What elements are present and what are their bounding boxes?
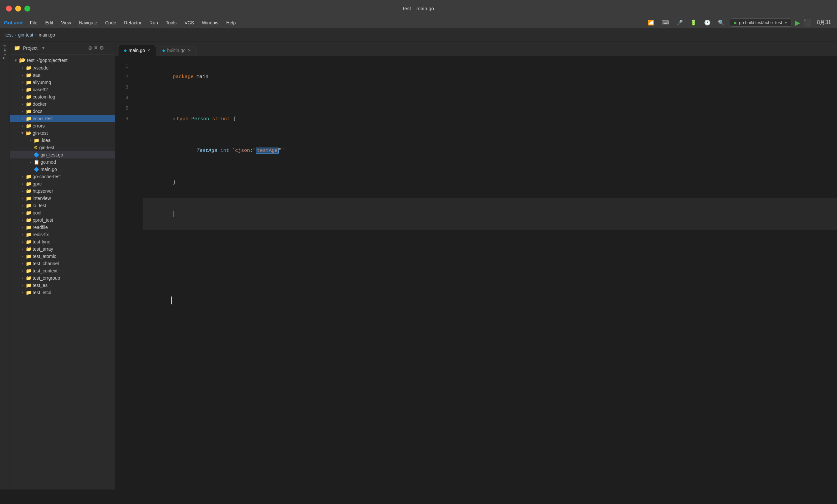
sidebar-item-httpserver[interactable]: › 📁 httpserver xyxy=(10,187,115,195)
menu-code[interactable]: Code xyxy=(102,19,119,27)
sidebar-item-test-atomic[interactable]: › 📁 test_atomic xyxy=(10,253,115,260)
run-button[interactable]: ▶ xyxy=(795,19,800,27)
sidebar-item-redis-fix[interactable]: › 📁 redis-fix xyxy=(10,231,115,238)
sidebar-item-gin-test-run[interactable]: › ⚙ gin-test xyxy=(10,144,115,151)
search-icon[interactable]: 🔍 xyxy=(716,19,727,26)
sidebar-minimize-icon[interactable]: — xyxy=(106,45,111,51)
indent-4 xyxy=(173,148,197,153)
minimize-button[interactable] xyxy=(15,5,21,12)
menu-help[interactable]: Help xyxy=(223,19,239,27)
editor-content[interactable]: 1 2 3 4 5 6 package main ○type Person st… xyxy=(115,56,837,489)
sidebar-item-go-cache-test[interactable]: › 📁 go-cache-test xyxy=(10,173,115,180)
tab-main-go-close[interactable]: ✕ xyxy=(147,48,150,53)
tab-builtin-go-label: builtin.go xyxy=(167,48,186,53)
close-button[interactable] xyxy=(6,5,12,12)
menu-window[interactable]: Window xyxy=(198,19,221,27)
breadcrumb-test[interactable]: test xyxy=(5,32,13,38)
sidebar-item-test-channel[interactable]: › 📁 test_channel xyxy=(10,260,115,267)
sidebar-item-base32[interactable]: › 📁 base32 xyxy=(10,86,115,93)
run-config-selector[interactable]: ▶ go build test/echo_test ▼ xyxy=(730,18,792,27)
ln-6: 6 xyxy=(115,114,132,125)
sidebar-item-custom-log[interactable]: › 📁 custom-log xyxy=(10,93,115,100)
sidebar-item-test-errgroup[interactable]: › 📁 test_errgroup xyxy=(10,274,115,282)
ln-5: 5 xyxy=(115,104,132,114)
app-brand: GoLand xyxy=(4,20,23,25)
field-testage: TestAge xyxy=(197,148,220,153)
locate-icon[interactable]: ⊕ xyxy=(88,45,92,51)
code-content[interactable]: package main ○type Person struct { TestA… xyxy=(135,56,837,489)
main-layout: Project 📁 Project ▼ ⊕ ≡ ⚙ — ▼ 📂 test ~/g… xyxy=(0,41,837,489)
sidebar-tools: ⊕ ≡ ⚙ — xyxy=(88,45,111,51)
sidebar-item-readfile[interactable]: › 📁 readfile xyxy=(10,224,115,231)
menu-edit[interactable]: Edit xyxy=(42,19,56,27)
menu-refactor[interactable]: Refactor xyxy=(121,19,145,27)
breadcrumb-bar: test › gin-test › main.go xyxy=(0,28,837,41)
tag-end: "` xyxy=(279,148,285,153)
sidebar-item-echo-test[interactable]: › 📁 echo_test xyxy=(10,115,115,122)
sidebar-item-go-mod[interactable]: › 📋 go.mod xyxy=(10,158,115,166)
sidebar-item-gin-test[interactable]: ▼ 📂 gin-test xyxy=(10,129,115,137)
kw-package: package xyxy=(173,74,197,80)
sidebar-item-gin-test-go[interactable]: › 🔷 gin_test.go xyxy=(10,151,115,158)
sidebar-item-docker[interactable]: › 📁 docker xyxy=(10,100,115,108)
tab-builtin-go[interactable]: ◆ builtin.go ✕ xyxy=(157,45,197,56)
sidebar-item-test-etcd[interactable]: › 📁 test_etcd xyxy=(10,289,115,296)
sidebar-item-aaa[interactable]: › 📁 aaa xyxy=(10,72,115,79)
sidebar-item-test-array[interactable]: › 📁 test_array xyxy=(10,245,115,253)
breadcrumb-main-go[interactable]: main.go xyxy=(39,32,55,38)
system-icon: ⌨ xyxy=(660,19,671,26)
sidebar-item-pprof-test[interactable]: › 📁 pprof_test xyxy=(10,217,115,224)
menu-file[interactable]: File xyxy=(27,19,41,27)
code-line-5: } xyxy=(143,167,837,198)
menu-vcs[interactable]: VCS xyxy=(181,19,197,27)
tag-cjson: `cjson:" xyxy=(232,148,256,153)
sidebar-item-main-go[interactable]: › 🔷 main.go xyxy=(10,166,115,173)
tab-main-go[interactable]: ◆ main.go ✕ xyxy=(118,45,156,56)
sidebar-item-docs[interactable]: › 📁 docs xyxy=(10,108,115,115)
sidebar-header: 📁 Project ▼ ⊕ ≡ ⚙ — xyxy=(10,41,115,55)
type-int: int xyxy=(220,148,232,153)
sidebar-item-interview[interactable]: › 📁 interview xyxy=(10,195,115,202)
tree-root[interactable]: ▼ 📂 test ~/goproject/test xyxy=(10,56,115,64)
ln-3: 3 xyxy=(115,82,132,93)
code-line-1: package main xyxy=(143,61,837,93)
stop-button[interactable]: ⬛ xyxy=(803,19,812,27)
sidebar-item-pool[interactable]: › 📁 pool xyxy=(10,209,115,217)
options-icon[interactable]: ⚙ xyxy=(99,45,104,51)
sidebar-item-errors[interactable]: › 📁 errors xyxy=(10,122,115,129)
line-numbers: 1 2 3 4 5 6 xyxy=(115,56,135,489)
menu-run[interactable]: Run xyxy=(146,19,161,27)
tab-builtin-go-close[interactable]: ✕ xyxy=(188,48,191,53)
sidebar-item-idea[interactable]: › 📁 .idea xyxy=(10,137,115,144)
code-line-4: TestAge int `cjson:"testAge"` xyxy=(143,135,837,167)
i-beam-cursor: ┃ xyxy=(170,296,174,306)
project-panel-tab[interactable]: Project xyxy=(0,41,10,489)
sidebar-item-aliyunmq[interactable]: › 📁 aliyunmq xyxy=(10,79,115,86)
time-display: 8月31 xyxy=(815,18,833,27)
sidebar-item-test-es[interactable]: › 📁 test_es xyxy=(10,282,115,289)
sidebar-item-io-test[interactable]: › 📁 io_test xyxy=(10,202,115,209)
menu-tools[interactable]: Tools xyxy=(163,19,180,27)
window-controls[interactable] xyxy=(6,5,30,12)
sidebar-item-gprc[interactable]: › 📁 gprc xyxy=(10,180,115,187)
editor-area: ◆ main.go ✕ ◆ builtin.go ✕ 1 2 3 4 5 6 xyxy=(115,41,837,489)
menu-view[interactable]: View xyxy=(58,19,74,27)
ln-4: 4 xyxy=(115,93,132,104)
collapse-all-icon[interactable]: ≡ xyxy=(94,45,97,51)
root-label: test ~/goproject/test xyxy=(27,58,68,63)
kw-struct: struct xyxy=(212,116,233,122)
sidebar-item-test-fyne[interactable]: › 📁 test-fyne xyxy=(10,238,115,245)
maximize-button[interactable] xyxy=(24,5,30,12)
sidebar-item-test-context[interactable]: › 📁 test_context xyxy=(10,267,115,274)
ln-1: 1 xyxy=(115,61,132,72)
menu-navigate[interactable]: Navigate xyxy=(75,19,100,27)
breadcrumb-gin-test[interactable]: gin-test xyxy=(18,32,33,38)
tabs-bar: ◆ main.go ✕ ◆ builtin.go ✕ xyxy=(115,41,837,56)
clock-icon: 🕐 xyxy=(702,19,713,26)
code-line-2 xyxy=(143,93,837,104)
sidebar: 📁 Project ▼ ⊕ ≡ ⚙ — ▼ 📂 test ~/goproject… xyxy=(10,41,115,489)
project-tab-label[interactable]: Project xyxy=(3,45,7,59)
window-title: test – main.go xyxy=(403,5,434,11)
code-line-3: ○type Person struct { xyxy=(143,104,837,135)
sidebar-item-vscode[interactable]: › 📁 .vscode xyxy=(10,64,115,72)
